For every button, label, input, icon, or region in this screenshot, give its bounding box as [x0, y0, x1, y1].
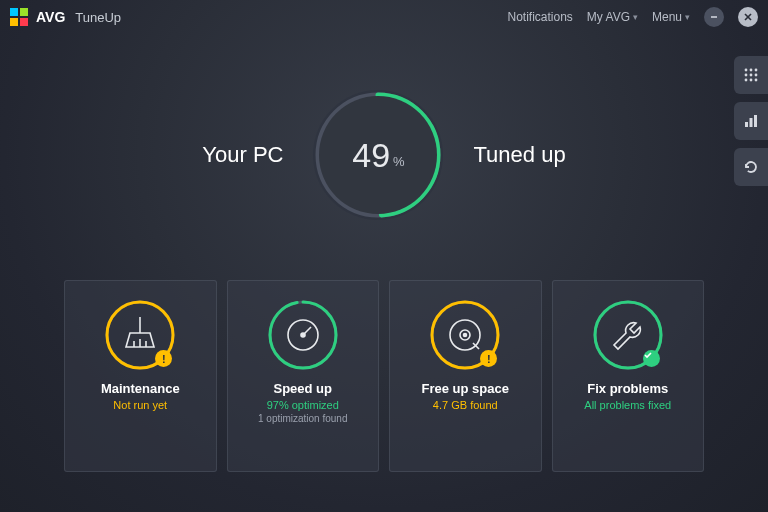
card-sub2: 1 optimization found	[258, 413, 348, 424]
close-button[interactable]	[738, 7, 758, 27]
myavg-menu[interactable]: My AVG▾	[587, 10, 638, 24]
card-free-up-space[interactable]: !Free up space4.7 GB found	[389, 280, 542, 472]
card-title: Fix problems	[587, 381, 668, 396]
card-speed-up[interactable]: Speed up97% optimized1 optimization foun…	[227, 280, 380, 472]
tuneup-gauge: 49 %	[313, 90, 443, 220]
card-sub1: 97% optimized	[267, 399, 339, 411]
card-title: Free up space	[422, 381, 509, 396]
card-icon-wrap: !	[429, 299, 501, 371]
gauge-value: 49	[352, 136, 390, 175]
myavg-label: My AVG	[587, 10, 630, 24]
grid-icon	[743, 67, 759, 83]
card-maintenance[interactable]: !MaintenanceNot run yet	[64, 280, 217, 472]
card-icon-wrap: !	[104, 299, 176, 371]
notifications-link[interactable]: Notifications	[507, 10, 572, 24]
apps-button[interactable]	[734, 56, 768, 94]
logo: AVG TuneUp	[10, 8, 121, 26]
app-window: AVG TuneUp Notifications My AVG▾ Menu▾ Y…	[0, 0, 768, 512]
status-right-text: Tuned up	[473, 142, 565, 168]
brand-name: AVG	[36, 9, 65, 25]
svg-point-5	[755, 69, 758, 72]
gauge-unit: %	[393, 154, 405, 169]
minimize-button[interactable]	[704, 7, 724, 27]
gauge-center: 49 %	[319, 96, 437, 214]
logo-icon	[10, 8, 28, 26]
card-sub1: Not run yet	[113, 399, 167, 411]
svg-point-10	[750, 79, 753, 82]
svg-point-32	[464, 334, 467, 337]
header-right: Notifications My AVG▾ Menu▾	[507, 7, 758, 27]
svg-point-3	[745, 69, 748, 72]
card-icon-wrap	[267, 299, 339, 371]
svg-line-33	[473, 343, 479, 349]
status-row: Your PC 49 % Tuned up	[0, 90, 768, 220]
svg-point-4	[750, 69, 753, 72]
cards-row: !MaintenanceNot run yetSpeed up97% optim…	[64, 280, 704, 472]
notifications-label: Notifications	[507, 10, 572, 24]
titlebar: AVG TuneUp Notifications My AVG▾ Menu▾	[0, 0, 768, 34]
gauge-icon	[267, 299, 339, 371]
card-title: Maintenance	[101, 381, 180, 396]
svg-point-27	[301, 333, 305, 337]
svg-point-7	[750, 74, 753, 77]
chevron-down-icon: ▾	[685, 12, 690, 22]
menu-dropdown[interactable]: Menu▾	[652, 10, 690, 24]
status-left-text: Your PC	[202, 142, 283, 168]
card-title: Speed up	[273, 381, 332, 396]
card-icon-wrap	[592, 299, 664, 371]
svg-point-9	[745, 79, 748, 82]
card-fix-problems[interactable]: Fix problemsAll problems fixed	[552, 280, 705, 472]
chevron-down-icon: ▾	[633, 12, 638, 22]
card-sub1: 4.7 GB found	[433, 399, 498, 411]
brand-product: TuneUp	[75, 10, 121, 25]
svg-point-8	[755, 74, 758, 77]
svg-point-6	[745, 74, 748, 77]
menu-label: Menu	[652, 10, 682, 24]
card-sub1: All problems fixed	[584, 399, 671, 411]
svg-point-11	[755, 79, 758, 82]
check-badge-icon	[643, 350, 660, 367]
